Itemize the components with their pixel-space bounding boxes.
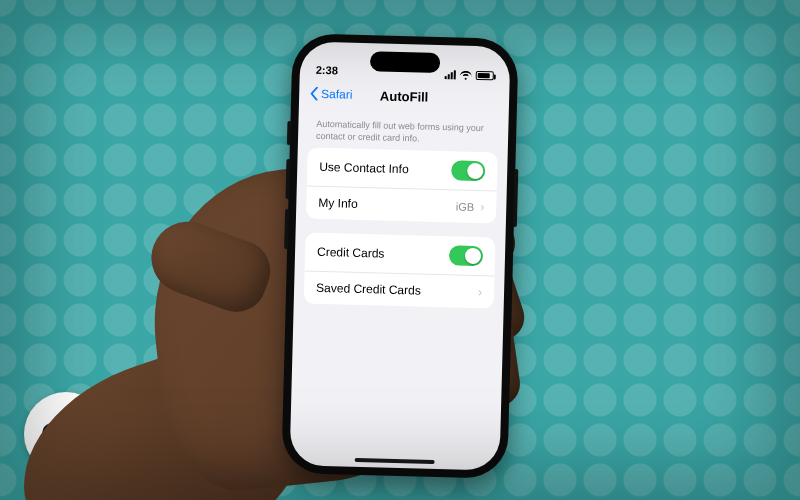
- my-info-value: iGB: [456, 201, 475, 213]
- saved-credit-cards-row[interactable]: Saved Credit Cards ›: [304, 271, 495, 309]
- cellular-icon: [445, 70, 456, 79]
- page-title: AutoFill: [380, 88, 429, 104]
- row-right: ›: [478, 285, 482, 299]
- status-time: 2:38: [316, 64, 338, 77]
- credit-cards-group: Credit Cards Saved Credit Cards ›: [304, 233, 496, 309]
- row-label: Saved Credit Cards: [316, 281, 421, 298]
- iphone-frame: 2:38 Safari AutoFill Automatically fill …: [281, 33, 518, 479]
- back-button[interactable]: Safari: [309, 87, 353, 102]
- status-right: [445, 70, 494, 80]
- back-label: Safari: [321, 87, 353, 102]
- nav-bar: Safari AutoFill: [299, 77, 510, 114]
- contact-info-group: Use Contact Info My Info iGB ›: [306, 148, 498, 224]
- section-caption: Automatically fill out web forms using y…: [298, 109, 509, 153]
- credit-cards-toggle[interactable]: [449, 246, 484, 267]
- credit-cards-row[interactable]: Credit Cards: [305, 233, 496, 276]
- chevron-right-icon: ›: [480, 200, 484, 214]
- volume-down-button: [284, 209, 289, 249]
- phone-screen: 2:38 Safari AutoFill Automatically fill …: [289, 41, 510, 470]
- use-contact-info-row[interactable]: Use Contact Info: [307, 148, 498, 191]
- stage: GB 2:38: [0, 0, 800, 500]
- home-indicator[interactable]: [355, 458, 435, 464]
- chevron-right-icon: ›: [478, 285, 482, 299]
- row-label: Credit Cards: [317, 245, 385, 261]
- my-info-row[interactable]: My Info iGB ›: [306, 186, 497, 224]
- dynamic-island: [370, 51, 440, 73]
- battery-icon: [476, 71, 494, 80]
- use-contact-info-toggle[interactable]: [451, 161, 486, 182]
- volume-up-button: [285, 159, 290, 199]
- mute-switch: [287, 121, 292, 145]
- row-label: Use Contact Info: [319, 160, 409, 176]
- chevron-left-icon: [309, 87, 319, 101]
- wifi-icon: [460, 71, 472, 80]
- row-right: iGB ›: [456, 200, 485, 215]
- row-label: My Info: [318, 196, 358, 211]
